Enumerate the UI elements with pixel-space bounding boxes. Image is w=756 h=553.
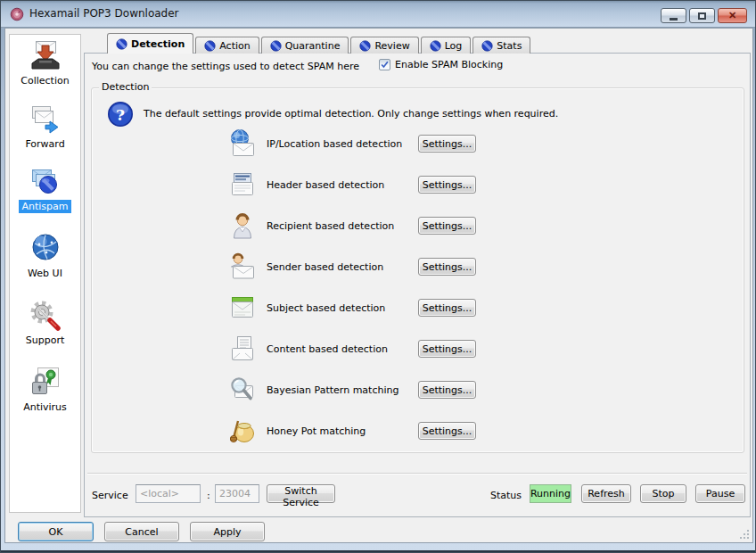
hexamail-app-icon <box>10 7 24 21</box>
no-entry-block-icon <box>270 40 282 52</box>
tab-action[interactable]: Action <box>195 37 259 54</box>
globe-envelope-icon <box>227 128 258 159</box>
tab-label: Stats <box>497 40 522 52</box>
close-icon: ✕ <box>728 11 736 21</box>
detection-row-label: IP/Location based detection <box>267 138 402 150</box>
app-window: Hexamail POP3 Downloader ✕ <box>0 0 756 553</box>
sidebar-item-forward[interactable]: Forward <box>10 103 80 151</box>
info-text: The default settings provide optimal det… <box>144 108 558 120</box>
tab-detection[interactable]: Detection <box>107 33 193 54</box>
sidebar-item-antispam[interactable]: Antispam <box>10 165 80 213</box>
detection-tab-panel: You can change the settings used to dete… <box>84 53 751 517</box>
tab-label: Review <box>374 40 409 52</box>
title-bar[interactable]: Hexamail POP3 Downloader ✕ <box>1 1 755 28</box>
sidebar-item-web-ui[interactable]: Web UI <box>10 232 80 280</box>
detection-row-label: Subject based detection <box>267 302 385 314</box>
web-globe-icon <box>29 232 62 264</box>
restore-button[interactable] <box>689 8 715 23</box>
support-tools-icon <box>29 299 62 331</box>
stop-button[interactable]: Stop <box>640 484 686 503</box>
content-document-icon <box>227 334 258 364</box>
inbox-collection-icon <box>29 39 62 71</box>
settings-button-recipient[interactable]: Settings... <box>418 217 476 235</box>
groupbox-title: Detection <box>99 81 152 93</box>
refresh-button[interactable]: Refresh <box>581 484 631 503</box>
honey-pot-icon <box>227 416 258 446</box>
tab-strip: Detection Action Quarantine Review Log S… <box>107 33 532 54</box>
tab-label: Log <box>445 40 463 52</box>
service-label: Service <box>92 490 128 501</box>
sidebar-item-support[interactable]: Support <box>10 299 80 347</box>
service-name-input[interactable] <box>136 484 201 503</box>
settings-button-sender[interactable]: Settings... <box>418 258 476 276</box>
close-button[interactable]: ✕ <box>718 8 747 23</box>
detection-row-label: Bayesian Pattern matching <box>267 384 399 396</box>
window-controls: ✕ <box>661 8 747 23</box>
tab-log[interactable]: Log <box>421 37 472 54</box>
service-port-input[interactable] <box>215 484 259 503</box>
settings-button-header[interactable]: Settings... <box>418 176 476 194</box>
settings-button-content[interactable]: Settings... <box>418 340 476 358</box>
ok-button[interactable]: OK <box>18 522 94 541</box>
sidebar-item-label: Antispam <box>19 200 70 213</box>
sidebar-item-label: Support <box>23 334 67 347</box>
settings-button-ip-location[interactable]: Settings... <box>418 135 476 153</box>
window-title: Hexamail POP3 Downloader <box>29 7 179 20</box>
checkbox-check-icon <box>379 59 390 70</box>
magnifier-envelope-icon <box>227 375 258 405</box>
sender-person-envelope-icon <box>227 252 258 282</box>
sidebar-item-label: Antivirus <box>21 400 70 414</box>
antispam-block-icon <box>29 165 62 197</box>
detection-row-label: Sender based detection <box>267 261 383 273</box>
no-entry-block-icon <box>116 38 127 50</box>
tab-label: Quarantine <box>285 40 341 52</box>
sidebar-item-collection[interactable]: Collection <box>10 39 80 87</box>
service-port-separator: : <box>207 490 210 501</box>
settings-button-bayesian[interactable]: Settings... <box>418 381 476 399</box>
minimize-button[interactable] <box>661 8 686 23</box>
pause-button[interactable]: Pause <box>695 484 745 503</box>
minimize-icon <box>670 18 678 21</box>
no-entry-block-icon <box>430 40 441 52</box>
tab-label: Action <box>219 40 250 52</box>
detection-row-label: Header based detection <box>267 179 384 191</box>
switch-service-button[interactable]: Switch Service <box>267 484 335 503</box>
header-envelope-icon <box>227 169 258 200</box>
recipient-person-icon <box>227 210 258 241</box>
sidebar-item-antivirus[interactable]: Antivirus <box>10 366 80 414</box>
question-info-icon: ? <box>107 101 134 128</box>
settings-button-honeypot[interactable]: Settings... <box>418 422 476 440</box>
tab-quarantine[interactable]: Quarantine <box>261 37 349 54</box>
sidebar-item-label: Forward <box>22 137 67 151</box>
enable-spam-blocking-checkbox[interactable]: Enable SPAM Blocking <box>379 59 503 70</box>
subject-envelope-icon <box>227 293 258 323</box>
forward-mail-icon <box>29 103 62 135</box>
resize-grip[interactable] <box>739 529 750 540</box>
settings-button-subject[interactable]: Settings... <box>418 299 476 317</box>
status-badge: Running <box>530 484 571 503</box>
divider <box>87 473 747 475</box>
sidebar-item-label: Collection <box>18 74 71 87</box>
no-entry-block-icon <box>204 40 216 52</box>
antivirus-lock-icon <box>29 366 62 398</box>
detection-row-label: Recipient based detection <box>267 220 394 232</box>
apply-button[interactable]: Apply <box>190 522 265 541</box>
svg-text:?: ? <box>116 106 125 124</box>
status-label: Status <box>490 490 522 501</box>
sidebar-item-label: Web UI <box>25 267 65 280</box>
no-entry-block-icon <box>481 40 493 52</box>
enable-spam-blocking-label: Enable SPAM Blocking <box>395 59 503 70</box>
intro-text: You can change the settings used to dete… <box>92 61 359 72</box>
no-entry-block-icon <box>359 40 371 52</box>
tab-label: Detection <box>131 38 185 50</box>
detection-row-label: Content based detection <box>267 343 388 355</box>
sidebar: Collection Forward <box>9 34 81 513</box>
tab-review[interactable]: Review <box>350 37 418 54</box>
detection-row-label: Honey Pot matching <box>267 425 366 437</box>
detection-groupbox: Detection ? The default settings provide… <box>91 87 744 453</box>
restore-icon <box>698 12 706 20</box>
tab-stats[interactable]: Stats <box>472 37 530 54</box>
client-area: Collection Forward <box>4 28 753 543</box>
cancel-button[interactable]: Cancel <box>104 522 179 541</box>
window-bottom-edge <box>1 550 755 552</box>
